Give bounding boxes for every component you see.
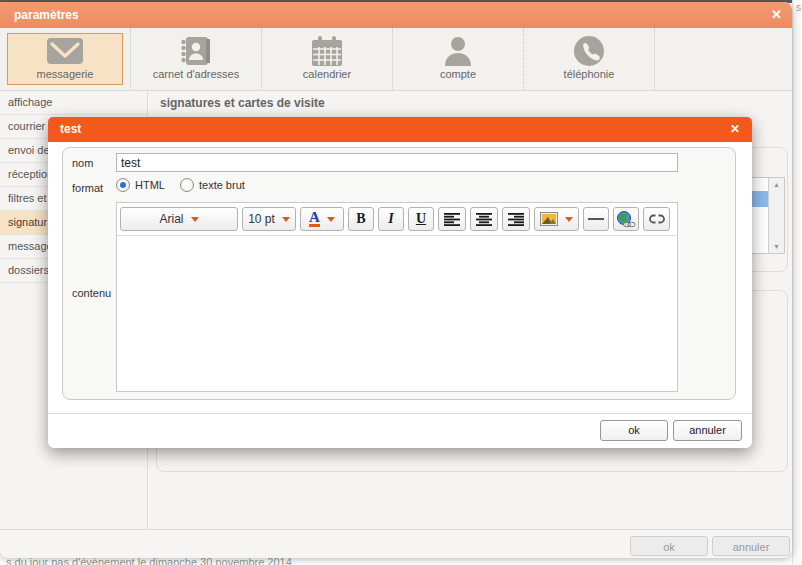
radio-texte-brut[interactable]: [180, 178, 194, 192]
settings-close-icon[interactable]: ✕: [771, 2, 782, 28]
align-left-button[interactable]: [438, 207, 466, 231]
address-book-icon: [179, 34, 213, 68]
screen: s s du jour pas d'évènement le dimanche …: [0, 0, 802, 565]
image-icon: [540, 212, 558, 226]
radio-texte-brut-label[interactable]: texte brut: [199, 179, 245, 191]
unlink-icon: [648, 213, 666, 225]
unlink-button[interactable]: [643, 207, 670, 231]
rich-text-editor: Arial 10 pt A B I U: [116, 202, 678, 392]
dialog-ok-button[interactable]: ok: [600, 420, 668, 441]
signature-dialog: test ✕ nom format HTML texte brut conten…: [48, 117, 752, 448]
align-center-icon: [476, 213, 492, 226]
tab-carnet-adresses[interactable]: carnet d'adresses: [131, 28, 262, 90]
settings-cancel-button[interactable]: annuler: [712, 536, 790, 556]
tab-label: calendrier: [303, 68, 351, 84]
name-input[interactable]: [116, 153, 678, 172]
tab-telephonie[interactable]: téléphonie: [524, 28, 655, 90]
settings-tabbar: messagerie carnet d'adresses calendrier: [0, 28, 792, 91]
font-color-button[interactable]: A: [300, 207, 344, 231]
dialog-footer-divider: [48, 413, 752, 414]
editor-toolbar: Arial 10 pt A B I U: [117, 203, 677, 236]
page-title: signatures et cartes de visite: [160, 96, 325, 110]
scroll-up-icon[interactable]: ▲: [769, 181, 784, 188]
dialog-close-icon[interactable]: ✕: [730, 117, 740, 142]
radio-html-label[interactable]: HTML: [135, 179, 165, 191]
font-family-value: Arial: [159, 212, 183, 226]
tab-calendrier[interactable]: calendrier: [262, 28, 393, 90]
settings-ok-button[interactable]: ok: [630, 536, 708, 556]
scroll-down-icon[interactable]: ▼: [769, 243, 784, 250]
tab-compte[interactable]: compte: [393, 28, 524, 90]
content-label: contenu: [72, 287, 111, 299]
content-textarea[interactable]: [117, 236, 677, 391]
phone-icon: [573, 34, 605, 68]
horizontal-rule-button[interactable]: [583, 207, 609, 231]
insert-link-button[interactable]: [613, 207, 639, 231]
format-label: format: [72, 182, 103, 194]
background-edge-text: s: [796, 2, 801, 13]
tab-messagerie[interactable]: messagerie: [0, 28, 131, 90]
calendar-icon: [310, 34, 344, 68]
envelope-icon: [46, 34, 84, 68]
chevron-down-icon: [282, 217, 290, 222]
align-right-icon: [508, 213, 524, 226]
tab-label: téléphonie: [564, 68, 615, 84]
chevron-down-icon: [565, 217, 573, 222]
bold-button[interactable]: B: [348, 207, 374, 231]
sidebar-item-affichage[interactable]: affichage: [0, 91, 147, 115]
font-family-select[interactable]: Arial: [120, 207, 238, 231]
person-icon: [441, 34, 475, 68]
radio-html[interactable]: [116, 178, 130, 192]
chevron-down-icon: [327, 217, 335, 222]
globe-link-icon: [616, 211, 636, 228]
name-label: nom: [72, 157, 93, 169]
align-left-icon: [444, 213, 460, 226]
horizontal-rule-icon: [588, 218, 604, 220]
font-size-select[interactable]: 10 pt: [242, 207, 296, 231]
settings-footer: ok annuler: [0, 529, 792, 558]
listbox-scrollbar[interactable]: ▲ ▼: [768, 178, 784, 253]
font-size-value: 10 pt: [248, 212, 275, 226]
dialog-titlebar: test ✕: [48, 117, 752, 142]
background-page-strip: s: [792, 0, 802, 565]
settings-title: paramètres: [14, 2, 79, 28]
dialog-cancel-button[interactable]: annuler: [673, 420, 742, 441]
underline-button[interactable]: U: [408, 207, 434, 231]
align-center-button[interactable]: [470, 207, 498, 231]
tab-label: messagerie: [37, 68, 94, 84]
insert-image-button[interactable]: [534, 207, 579, 231]
tab-label: carnet d'adresses: [153, 68, 239, 84]
dialog-title: test: [60, 117, 81, 142]
font-color-icon: A: [309, 211, 320, 227]
tab-label: compte: [440, 68, 476, 84]
settings-titlebar: paramètres ✕: [0, 2, 792, 28]
align-right-button[interactable]: [502, 207, 530, 231]
format-radio-group: HTML texte brut: [116, 178, 255, 192]
italic-button[interactable]: I: [378, 207, 404, 231]
chevron-down-icon: [191, 217, 199, 222]
